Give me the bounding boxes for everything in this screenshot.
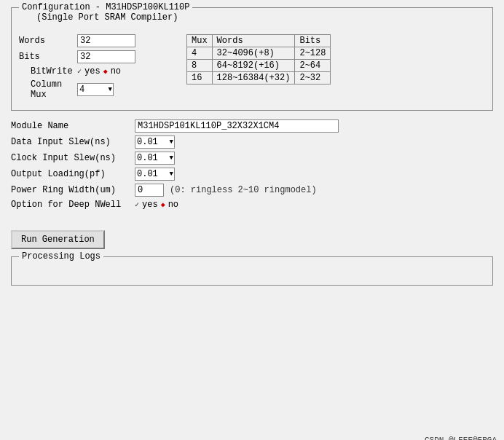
details-section: Module Name Data Input Slew(ns) 0.01 0.1…: [11, 117, 493, 216]
words-col-header: Words: [212, 35, 295, 47]
run-section: Run Generation: [11, 230, 493, 249]
bitwrite-radio-group: ✓ yes ◆ no: [77, 66, 121, 76]
logs-section: Processing Logs: [11, 256, 493, 286]
config-section: Configuration - M31HDSP100KL110P (Single…: [11, 7, 493, 111]
words-cell: 128~16384(+32): [212, 72, 295, 85]
columnmux-select[interactable]: 4 8 16: [77, 83, 114, 96]
right-panel: Mux Words Bits 4 32~4096(+8) 2~128 8: [186, 24, 331, 85]
config-title-line1: Configuration - M31HDSP100KL110P: [22, 2, 189, 12]
table-row: 16 128~16384(+32) 2~32: [187, 72, 331, 85]
bits-input[interactable]: [77, 50, 135, 63]
module-name-row: Module Name: [11, 119, 493, 133]
words-input[interactable]: [77, 34, 135, 47]
output-loading-select[interactable]: 0.01 0.1 1.0: [135, 168, 175, 181]
words-cell: 64~8192(+16): [212, 60, 295, 72]
deep-nwell-radio-group: ✓ yes ◆ no: [135, 200, 178, 210]
config-title-line2: (Single Port SRAM Compiler): [36, 12, 178, 23]
bits-cell: 2~64: [295, 60, 331, 72]
clock-input-slew-wrapper: 0.01 0.1 1.0 ▼: [135, 152, 175, 165]
output-loading-row: Output Loading(pf) 0.01 0.1 1.0 ▼: [11, 168, 493, 181]
power-ring-row: Power Ring Width(um) (0: ringless 2~10 r…: [11, 184, 493, 197]
words-row: Words: [19, 34, 179, 47]
module-name-input[interactable]: [135, 119, 339, 133]
mux-cell: 4: [187, 47, 213, 60]
bits-row: Bits: [19, 50, 179, 63]
module-name-label: Module Name: [11, 121, 135, 131]
bitwrite-row: BitWrite ✓ yes ◆ no: [19, 66, 179, 76]
bitwrite-no-text: no: [111, 66, 121, 76]
main-container: Configuration - M31HDSP100KL110P (Single…: [0, 7, 504, 440]
deep-nwell-no-label[interactable]: no: [168, 200, 178, 210]
logs-title: Processing Logs: [19, 251, 103, 262]
clock-input-slew-select[interactable]: 0.01 0.1 1.0: [135, 152, 175, 165]
deep-nwell-no-text: no: [168, 200, 178, 210]
columnmux-row: Column Mux 4 8 16 ▼: [19, 79, 179, 100]
words-label: Words: [19, 36, 77, 46]
output-loading-label: Output Loading(pf): [11, 169, 135, 179]
deep-nwell-diamond-icon: ◆: [161, 200, 165, 209]
power-ring-note: (0: ringless 2~10 ringmodel): [170, 185, 317, 195]
bits-col-header: Bits: [295, 35, 331, 47]
deep-nwell-row: Option for Deep NWell ✓ yes ◆ no: [11, 200, 493, 210]
mux-cell: 8: [187, 60, 213, 72]
bitwrite-yes-text: yes: [84, 66, 101, 76]
left-panel: Words Bits BitWrite ✓ yes ◆: [19, 24, 179, 103]
power-ring-input[interactable]: [135, 184, 164, 197]
clock-input-slew-label: Clock Input Slew(ns): [11, 153, 135, 163]
words-cell: 32~4096(+8): [212, 47, 295, 60]
bitwrite-diamond-icon: ◆: [103, 67, 108, 76]
bits-cell: 2~128: [295, 47, 331, 60]
bitwrite-check-icon: ✓: [77, 67, 82, 76]
bits-label: Bits: [19, 52, 77, 62]
bitwrite-yes-label[interactable]: yes: [84, 66, 101, 76]
mux-col-header: Mux: [187, 35, 213, 47]
table-row: 4 32~4096(+8) 2~128: [187, 47, 331, 60]
deep-nwell-label: Option for Deep NWell: [11, 200, 135, 210]
bitwrite-no-label[interactable]: no: [111, 66, 121, 76]
run-generation-button[interactable]: Run Generation: [11, 230, 105, 249]
watermark: CSDN @LEEE@FPGA: [425, 436, 497, 440]
data-input-slew-row: Data Input Slew(ns) 0.01 0.1 1.0 ▼: [11, 135, 493, 149]
columnmux-label: Column Mux: [19, 79, 77, 100]
clock-input-slew-row: Clock Input Slew(ns) 0.01 0.1 1.0 ▼: [11, 152, 493, 165]
data-input-slew-wrapper: 0.01 0.1 1.0 ▼: [135, 135, 175, 149]
bitwrite-label: BitWrite: [19, 66, 77, 76]
bits-cell: 2~32: [295, 72, 331, 85]
mux-table: Mux Words Bits 4 32~4096(+8) 2~128 8: [186, 34, 331, 85]
deep-nwell-yes-label[interactable]: yes: [142, 200, 158, 210]
data-input-slew-label: Data Input Slew(ns): [11, 137, 135, 147]
power-ring-label: Power Ring Width(um): [11, 185, 135, 195]
columnmux-select-wrapper: 4 8 16 ▼: [77, 83, 114, 96]
deep-nwell-yes-text: yes: [142, 200, 158, 210]
output-loading-wrapper: 0.01 0.1 1.0 ▼: [135, 168, 175, 181]
table-row: 8 64~8192(+16) 2~64: [187, 60, 331, 72]
config-title: Configuration - M31HDSP100KL110P (Single…: [19, 2, 192, 23]
data-input-slew-select[interactable]: 0.01 0.1 1.0: [135, 135, 175, 149]
mux-cell: 16: [187, 72, 213, 85]
deep-nwell-check-icon: ✓: [135, 200, 139, 209]
